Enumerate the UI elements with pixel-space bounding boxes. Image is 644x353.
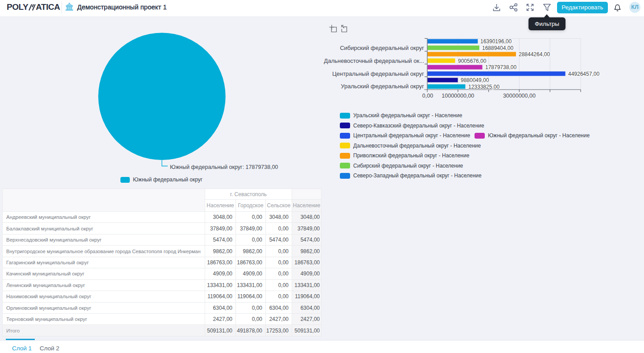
svg-text:16390196,00: 16390196,00 <box>480 38 512 45</box>
svg-text:12333825,00: 12333825,00 <box>468 84 500 90</box>
svg-text:9880049,00: 9880049,00 <box>461 77 489 83</box>
svg-text:9005676,00: 9005676,00 <box>458 58 487 64</box>
svg-text:10000000,00: 10000000,00 <box>442 93 474 99</box>
svg-text:30000000,00: 30000000,00 <box>503 93 536 99</box>
svg-text:0,00: 0,00 <box>422 93 433 99</box>
svg-text:16889404,00: 16889404,00 <box>482 45 513 51</box>
svg-text:17879738,00: 17879738,00 <box>485 64 516 70</box>
svg-text:44926457,00: 44926457,00 <box>568 71 599 77</box>
svg-text:28844264,00: 28844264,00 <box>519 51 550 57</box>
